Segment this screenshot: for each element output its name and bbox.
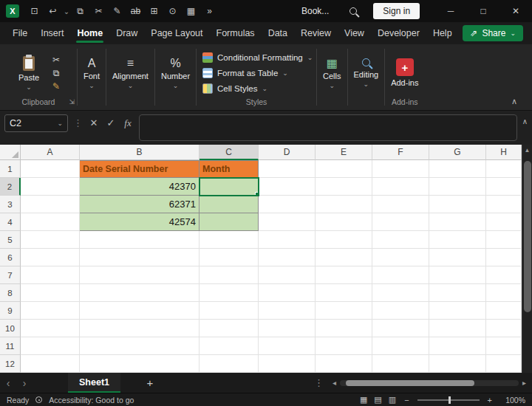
cell-H8[interactable] [486, 284, 522, 302]
cell-A9[interactable] [21, 302, 80, 320]
search-icon[interactable] [349, 7, 357, 15]
cell-D10[interactable] [259, 320, 316, 337]
horizontal-scrollbar-track[interactable] [340, 380, 519, 386]
vertical-scrollbar-thumb[interactable] [524, 161, 531, 312]
row-header-3[interactable]: 3 [0, 196, 21, 213]
cell-E4[interactable] [316, 213, 372, 231]
cell-F9[interactable] [372, 302, 429, 320]
pen-icon[interactable]: ✎ [108, 6, 126, 16]
cell-F12[interactable] [372, 355, 429, 373]
cell-E9[interactable] [316, 302, 372, 320]
minimize-button[interactable]: ─ [434, 0, 467, 22]
cell-D5[interactable] [259, 231, 316, 249]
zoom-out-button[interactable]: − [404, 396, 409, 405]
cell-C12[interactable] [200, 355, 259, 373]
cell-B9[interactable] [80, 302, 200, 320]
cell-H1[interactable] [486, 160, 522, 178]
cells-button[interactable]: ▦ Cells ⌄ [317, 48, 347, 97]
cell-B12[interactable] [80, 355, 200, 373]
cell-A2[interactable] [21, 178, 80, 196]
row-header-6[interactable]: 6 [0, 249, 21, 266]
zoom-level[interactable]: 100% [500, 396, 525, 405]
cell-E6[interactable] [316, 249, 372, 266]
vertical-scrollbar[interactable]: ▲ [522, 145, 532, 373]
normal-view-icon[interactable]: ▦ [360, 395, 367, 405]
tab-draw[interactable]: Draw [109, 22, 144, 44]
column-header-E[interactable]: E [316, 145, 372, 160]
cell-A6[interactable] [21, 249, 80, 266]
cell-C7[interactable] [200, 266, 259, 284]
cell-E8[interactable] [316, 284, 372, 302]
cell-D2[interactable] [259, 178, 316, 196]
horizontal-scrollbar[interactable]: ◂ ▸ [332, 379, 526, 387]
tab-developer[interactable]: Developer [371, 22, 426, 44]
cell-G10[interactable] [429, 320, 486, 337]
horizontal-scrollbar-thumb[interactable] [346, 380, 474, 386]
cell-D8[interactable] [259, 284, 316, 302]
strikethrough-icon[interactable]: ab [126, 6, 145, 16]
overflow-icon[interactable]: » [200, 6, 219, 16]
row-header-12[interactable]: 12 [0, 355, 21, 373]
cell-F2[interactable] [372, 178, 429, 196]
cell-C11[interactable] [200, 337, 259, 355]
cell-B4[interactable]: 42574 [80, 213, 200, 231]
cell-C9[interactable] [200, 302, 259, 320]
alignment-button[interactable]: ≡ Alignment ⌄ [106, 48, 154, 97]
fill-handle[interactable] [255, 192, 259, 196]
cell-B11[interactable] [80, 337, 200, 355]
font-button[interactable]: A Font ⌄ [78, 48, 106, 97]
copy-icon[interactable]: ⧉ [48, 68, 64, 78]
cell-C4[interactable] [200, 213, 259, 231]
tab-home[interactable]: Home [70, 22, 109, 44]
cell-G12[interactable] [429, 355, 486, 373]
scroll-right-icon[interactable]: ▸ [522, 379, 526, 387]
cell-B3[interactable]: 62371 [80, 196, 200, 213]
tab-data[interactable]: Data [262, 22, 294, 44]
tab-help[interactable]: Help [426, 22, 459, 44]
cell-G1[interactable] [429, 160, 486, 178]
cell-G5[interactable] [429, 231, 486, 249]
tab-page-layout[interactable]: Page Layout [144, 22, 209, 44]
addins-button[interactable]: + Add-ins [385, 48, 424, 97]
cell-C10[interactable] [200, 320, 259, 337]
name-box[interactable]: C2 ⌄ [4, 114, 68, 132]
add-sheet-button[interactable]: + [143, 376, 157, 389]
format-painter-icon[interactable]: ✎ [48, 81, 64, 92]
page-break-view-icon[interactable]: ▥ [389, 395, 396, 405]
sheet-nav-left-icon[interactable]: ‹ [0, 377, 16, 389]
cell-H2[interactable] [486, 178, 522, 196]
formula-bar-options-icon[interactable]: ⋮ [73, 117, 83, 128]
cell-A8[interactable] [21, 284, 80, 302]
column-header-H[interactable]: H [486, 145, 522, 160]
cell-F5[interactable] [372, 231, 429, 249]
zoom-slider-thumb[interactable] [449, 396, 451, 404]
camera-icon[interactable]: ⊙ [163, 6, 182, 16]
cell-B10[interactable] [80, 320, 200, 337]
undo-menu-icon[interactable]: ⌄ [62, 7, 71, 16]
document-title[interactable]: Book... [301, 6, 329, 16]
row-header-1[interactable]: 1 [0, 160, 21, 178]
select-all-button[interactable] [0, 145, 21, 160]
excel-logo-icon[interactable]: X [6, 4, 19, 18]
scroll-up-icon[interactable]: ▲ [522, 145, 532, 154]
insert-function-icon[interactable]: fx [122, 117, 134, 129]
cell-G7[interactable] [429, 266, 486, 284]
formula-input[interactable] [139, 114, 517, 141]
cell-F11[interactable] [372, 337, 429, 355]
row-header-7[interactable]: 7 [0, 266, 21, 284]
cell-B1[interactable]: Date Serial Number [80, 160, 200, 178]
cell-A12[interactable] [21, 355, 80, 373]
cut-icon[interactable]: ✂ [89, 6, 108, 16]
cell-E3[interactable] [316, 196, 372, 213]
row-header-2[interactable]: 2 [0, 178, 21, 196]
cell-A7[interactable] [21, 266, 80, 284]
cell-E10[interactable] [316, 320, 372, 337]
page-layout-view-icon[interactable]: ▤ [374, 395, 381, 405]
format-as-table-button[interactable]: Format as Table⌄ [202, 66, 316, 80]
cell-G9[interactable] [429, 302, 486, 320]
tab-insert[interactable]: Insert [34, 22, 70, 44]
cell-H6[interactable] [486, 249, 522, 266]
cell-A11[interactable] [21, 337, 80, 355]
cell-B5[interactable] [80, 231, 200, 249]
cell-G11[interactable] [429, 337, 486, 355]
